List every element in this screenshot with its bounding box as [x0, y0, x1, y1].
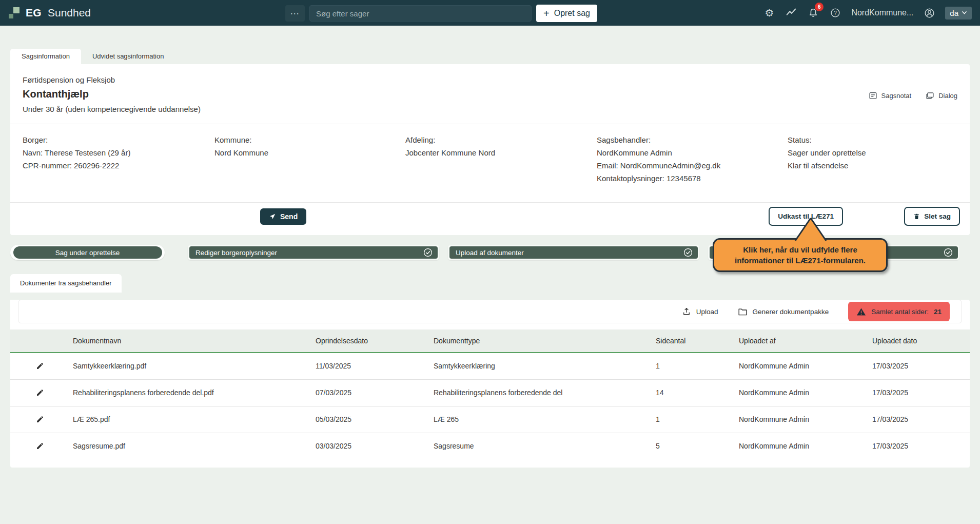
edit-document-button[interactable] — [36, 442, 44, 450]
col-oprindelsesdato: Oprindelsesdato — [316, 329, 434, 353]
cell-pages: 1 — [656, 406, 739, 433]
pencil-icon — [36, 442, 44, 450]
generate-package-button[interactable]: Generer dokumentpakke — [738, 307, 829, 316]
cell-origin-date: 11/03/2025 — [316, 353, 434, 379]
case-category: Førtidspension og Fleksjob — [23, 75, 201, 84]
info-afdeling: Afdeling: Jobcenter Kommune Nord — [405, 133, 597, 185]
send-label: Send — [280, 212, 298, 221]
tab-sagsinformation[interactable]: Sagsinformation — [10, 49, 81, 64]
svg-text:?: ? — [834, 10, 837, 16]
cell-uploaded-by: NordKommune Admin — [739, 433, 872, 459]
delete-label: Slet sag — [924, 212, 951, 220]
info-borger: Borger: Navn: Therese Testesen (29 år) C… — [23, 133, 214, 185]
step-label: Upload af dokumenter — [456, 249, 524, 257]
language-selector[interactable]: da — [945, 7, 972, 20]
edit-document-button[interactable] — [36, 389, 44, 397]
tooltip-pointer — [784, 217, 840, 241]
case-info-grid: Borger: Navn: Therese Testesen (29 år) C… — [23, 124, 957, 192]
cell-pages: 5 — [656, 433, 739, 459]
send-button[interactable]: Send — [260, 208, 306, 225]
eg-logo-icon — [8, 7, 21, 19]
more-options-button[interactable]: ⋯ — [285, 5, 305, 22]
case-tabs: Sagsinformation Udvidet sagsinformation — [10, 49, 970, 64]
case-title: Kontanthjælp — [23, 88, 201, 100]
warning-icon — [856, 307, 866, 316]
logo-product-text: Sundhed — [48, 7, 91, 19]
documents-card: Upload Generer dokumentpakke Samlet anta… — [10, 300, 970, 468]
dialog-icon — [926, 91, 934, 100]
folder-icon — [738, 307, 748, 316]
col-uploadet-dato: Uploadet dato — [872, 329, 970, 353]
upload-button[interactable]: Upload — [682, 307, 718, 316]
cell-origin-date: 03/03/2025 — [316, 433, 434, 459]
documents-toolbar: Upload Generer dokumentpakke Samlet anta… — [18, 300, 962, 323]
upload-label: Upload — [696, 308, 718, 316]
info-kommune: Kommune: Nord Kommune — [214, 133, 405, 185]
cell-pages: 1 — [656, 353, 739, 379]
upload-icon — [682, 307, 691, 316]
check-circle-icon — [423, 248, 433, 257]
trash-icon — [913, 213, 920, 220]
tenant-menu[interactable]: NordKommune... — [851, 8, 913, 17]
tab-dokumenter-fra-sagsbehandler[interactable]: Dokumenter fra sagsbehandler — [10, 274, 122, 293]
notifications-bell-icon[interactable]: 6 — [807, 7, 819, 19]
total-pages-badge: Samlet antal sider: 21 — [848, 302, 950, 321]
logo-eg-text: EG — [26, 7, 42, 19]
search-input[interactable] — [309, 5, 532, 22]
cell-uploaded-date: 17/03/2025 — [872, 353, 970, 379]
tab-udvidet-sagsinformation[interactable]: Udvidet sagsinformation — [81, 49, 175, 64]
send-plane-icon — [269, 213, 276, 220]
pencil-icon — [36, 362, 44, 370]
help-icon[interactable]: ? — [829, 7, 841, 19]
settings-gear-icon[interactable]: ⚙ — [763, 7, 775, 19]
note-icon — [869, 91, 877, 100]
cell-uploaded-date: 17/03/2025 — [872, 379, 970, 406]
cell-uploaded-by: NordKommune Admin — [739, 379, 872, 406]
check-circle-icon — [683, 248, 693, 257]
total-pages-value: 21 — [934, 308, 942, 316]
pencil-icon — [36, 415, 44, 423]
check-circle-icon — [944, 248, 953, 257]
top-navbar: EG Sundhed ⋯ + Opret sag ⚙ 6 ? — [0, 0, 980, 26]
user-profile-icon[interactable] — [923, 7, 935, 19]
activity-trend-icon[interactable] — [785, 7, 797, 19]
language-code: da — [950, 9, 958, 17]
create-case-button[interactable]: + Opret sag — [536, 5, 597, 22]
step-rediger-borgeroplysninger[interactable]: Rediger borgeroplysninger — [188, 245, 439, 260]
info-sagsbehandler: Sagsbehandler: NordKommune Admin Email: … — [597, 133, 788, 185]
lae271-tooltip: Klik her, når du vil udfylde flere infor… — [713, 238, 888, 272]
cell-name: LÆ 265.pdf — [73, 406, 316, 433]
create-case-label: Opret sag — [554, 9, 590, 18]
dialog-button[interactable]: Dialog — [926, 77, 957, 113]
cell-pages: 14 — [656, 379, 739, 406]
current-stage-label: Sag under oprettelse — [13, 246, 162, 259]
plus-icon: + — [543, 8, 550, 18]
cell-uploaded-by: NordKommune Admin — [739, 406, 872, 433]
dialog-label: Dialog — [938, 92, 957, 100]
cell-type: Sagsresume — [434, 433, 656, 459]
cell-name: Sagsresume.pdf — [73, 433, 316, 459]
table-row[interactable]: Sagsresume.pdf 03/03/2025 Sagsresume 5 N… — [10, 433, 970, 459]
col-uploadet-af: Uploadet af — [739, 329, 872, 353]
cell-origin-date: 07/03/2025 — [316, 379, 434, 406]
generate-package-label: Generer dokumentpakke — [753, 308, 829, 316]
table-row[interactable]: Rehabiliteringsplanens forberedende del.… — [10, 379, 970, 406]
total-pages-label: Samlet antal sider: — [871, 308, 929, 316]
sagsnotat-button[interactable]: Sagsnotat — [869, 77, 912, 113]
col-sideantal: Sideantal — [656, 329, 739, 353]
case-information-card: Førtidspension og Fleksjob Kontanthjælp … — [10, 64, 970, 235]
sagsnotat-label: Sagsnotat — [881, 92, 912, 100]
info-status: Status: Sager under oprettelse Klar til … — [788, 133, 957, 185]
step-upload-af-dokumenter[interactable]: Upload af dokumenter — [448, 245, 699, 260]
table-row[interactable]: LÆ 265.pdf 05/03/2025 LÆ 265 1 NordKommu… — [10, 406, 970, 433]
current-stage-pill: Sag under oprettelse — [10, 245, 165, 260]
edit-document-button[interactable] — [36, 362, 44, 370]
documents-table: Dokumentnavn Oprindelsesdato Dokumenttyp… — [10, 329, 970, 459]
table-row[interactable]: Samtykkeerklæring.pdf 11/03/2025 Samtykk… — [10, 353, 970, 379]
table-header-row: Dokumentnavn Oprindelsesdato Dokumenttyp… — [10, 329, 970, 353]
edit-document-button[interactable] — [36, 415, 44, 423]
chevron-down-icon — [962, 11, 967, 15]
delete-case-button[interactable]: Slet sag — [904, 207, 960, 226]
notification-count-badge: 6 — [815, 3, 824, 11]
app-logo: EG Sundhed — [8, 7, 91, 19]
